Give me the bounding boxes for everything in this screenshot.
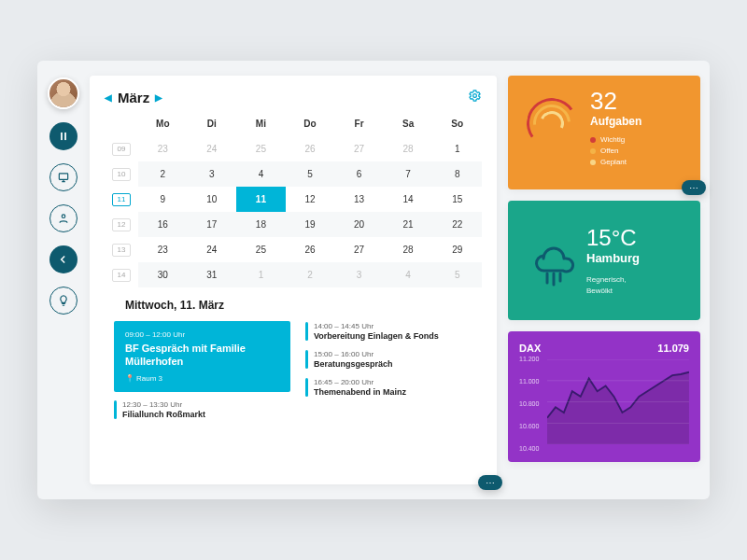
calendar-day[interactable]: 24 [188, 237, 237, 262]
calendar-day[interactable]: 3 [334, 262, 384, 287]
calendar-day[interactable]: 8 [432, 161, 482, 187]
calendar-day[interactable]: 27 [334, 136, 384, 161]
event-item[interactable]: 12:30 – 13:30 UhrFiliallunch Roßmarkt [114, 399, 290, 420]
calendar-day[interactable]: 27 [334, 237, 384, 262]
calendar-day[interactable]: 26 [286, 237, 335, 262]
calendar-day[interactable]: 11 [236, 187, 286, 212]
week-number[interactable]: 09 [105, 136, 138, 161]
stock-symbol: DAX [519, 343, 541, 354]
calendar-day[interactable]: 14 [384, 187, 433, 212]
month-label: März [118, 90, 149, 105]
next-month-button[interactable]: ▶ [155, 92, 162, 103]
legend-item: Geplant [590, 158, 641, 166]
calendar-day[interactable]: 4 [384, 262, 433, 287]
calendar-day[interactable]: 7 [384, 161, 433, 187]
nav-pause-button[interactable] [49, 122, 78, 150]
calendar-day[interactable]: 1 [236, 262, 286, 287]
featured-event[interactable]: 09:00 – 12:00 Uhr BF Gespräch mit Famili… [114, 321, 290, 392]
event-location: Raum 3 [125, 374, 279, 383]
weather-desc: Regnerisch,Bewölkt [586, 274, 640, 295]
calendar-day[interactable]: 23 [138, 136, 188, 161]
calendar-day[interactable]: 2 [286, 262, 335, 287]
event-title: Themenabend in Mainz [314, 387, 406, 397]
more-button[interactable]: ⋯ [478, 475, 502, 490]
tasks-legend: Wichtig Offen Geplant [590, 135, 641, 166]
week-number[interactable]: 11 [105, 187, 138, 212]
events: 09:00 – 12:00 Uhr BF Gespräch mit Famili… [105, 321, 482, 420]
weekday-head: Di [188, 114, 237, 136]
calendar-day[interactable]: 28 [384, 237, 433, 262]
avatar[interactable] [48, 77, 79, 109]
event-title: BF Gespräch mit Familie Müllerhofen [125, 342, 279, 369]
calendar-card: ◀ März ▶ MoDiMiDoFrSaSo09232425262728110… [90, 76, 497, 484]
nav-user-button[interactable] [49, 204, 78, 232]
calendar-day[interactable]: 3 [188, 161, 237, 187]
events-col-left: 09:00 – 12:00 Uhr BF Gespräch mit Famili… [114, 321, 290, 420]
nav-idea-button[interactable] [49, 287, 78, 315]
calendar-day[interactable]: 29 [432, 237, 482, 262]
weekday-head: Mi [236, 114, 286, 136]
month-nav: ◀ März ▶ [105, 90, 162, 105]
week-number[interactable]: 13 [105, 237, 138, 262]
calendar-day[interactable]: 24 [188, 136, 237, 161]
calendar-day[interactable]: 2 [138, 161, 188, 187]
calendar-day[interactable]: 25 [236, 136, 286, 161]
calendar-day[interactable]: 28 [384, 136, 433, 161]
sidebar [37, 61, 90, 499]
calendar-day[interactable]: 1 [432, 136, 482, 161]
calendar-day[interactable]: 18 [236, 212, 286, 237]
calendar-day[interactable]: 31 [188, 262, 237, 287]
tasks-card[interactable]: 32 Aufgaben Wichtig Offen Geplant ⋯ [508, 76, 700, 189]
app-shell: ◀ März ▶ MoDiMiDoFrSaSo09232425262728110… [37, 61, 710, 499]
event-item[interactable]: 14:00 – 14:45 UhrVorbereitung Einlagen &… [305, 321, 482, 342]
calendar-day[interactable]: 17 [188, 212, 237, 237]
calendar-day[interactable]: 10 [188, 187, 237, 212]
calendar-day[interactable]: 21 [384, 212, 433, 237]
calendar-day[interactable]: 5 [432, 262, 482, 287]
weather-card[interactable]: 15°C Hamburg Regnerisch,Bewölkt [508, 201, 700, 320]
calendar-day[interactable]: 20 [334, 212, 384, 237]
calendar-day[interactable]: 15 [432, 187, 482, 212]
calendar-day[interactable]: 5 [286, 161, 335, 187]
nav-monitor-button[interactable] [49, 163, 78, 191]
chart-tick: 10.400 [519, 445, 539, 452]
events-col-right: 14:00 – 14:45 UhrVorbereitung Einlagen &… [305, 321, 482, 420]
calendar-day[interactable]: 12 [286, 187, 335, 212]
calendar-day[interactable]: 16 [138, 212, 188, 237]
rain-icon [521, 234, 586, 287]
weekday-head: So [432, 114, 482, 136]
calendar-day[interactable]: 6 [334, 161, 384, 187]
tasks-label: Aufgaben [590, 115, 641, 128]
chart-tick: 11.200 [519, 356, 539, 362]
event-item[interactable]: 15:00 – 16:00 UhrBeratungsgespräch [305, 349, 482, 370]
chart-tick: 11.000 [519, 378, 539, 385]
calendar-day[interactable]: 22 [432, 212, 482, 237]
widgets: 32 Aufgaben Wichtig Offen Geplant ⋯ 15°C… [508, 76, 700, 484]
calendar-day[interactable]: 30 [138, 262, 188, 287]
calendar-day[interactable]: 26 [286, 136, 335, 161]
calendar-day[interactable]: 13 [334, 187, 384, 212]
week-number[interactable]: 14 [105, 262, 138, 287]
stock-value: 11.079 [657, 343, 689, 354]
calendar-day[interactable]: 9 [138, 187, 188, 212]
nav-back-button[interactable] [49, 245, 78, 273]
prev-month-button[interactable]: ◀ [105, 92, 112, 103]
stocks-card[interactable]: DAX 11.079 11.20011.00010.80010.60010.40… [508, 331, 700, 462]
calendar-day[interactable]: 23 [138, 237, 188, 262]
tasks-rings-icon [521, 89, 586, 173]
event-title: Beratungsgespräch [314, 359, 393, 369]
event-title: Vorbereitung Einlagen & Fonds [314, 331, 439, 341]
stock-chart: 11.20011.00010.80010.60010.400 [519, 359, 689, 449]
settings-button[interactable] [468, 89, 482, 106]
week-number[interactable]: 10 [105, 161, 138, 187]
svg-rect-1 [64, 133, 66, 140]
more-button[interactable]: ⋯ [682, 180, 706, 195]
week-number[interactable]: 12 [105, 212, 138, 237]
calendar-day[interactable]: 4 [236, 161, 286, 187]
calendar-day[interactable]: 25 [236, 237, 286, 262]
svg-point-3 [62, 215, 65, 218]
calendar-day[interactable]: 19 [286, 212, 335, 237]
main: ◀ März ▶ MoDiMiDoFrSaSo09232425262728110… [90, 61, 710, 499]
event-item[interactable]: 16:45 – 20:00 UhrThemenabend in Mainz [305, 377, 482, 398]
calendar-grid: MoDiMiDoFrSaSo09232425262728110234567811… [105, 114, 482, 287]
